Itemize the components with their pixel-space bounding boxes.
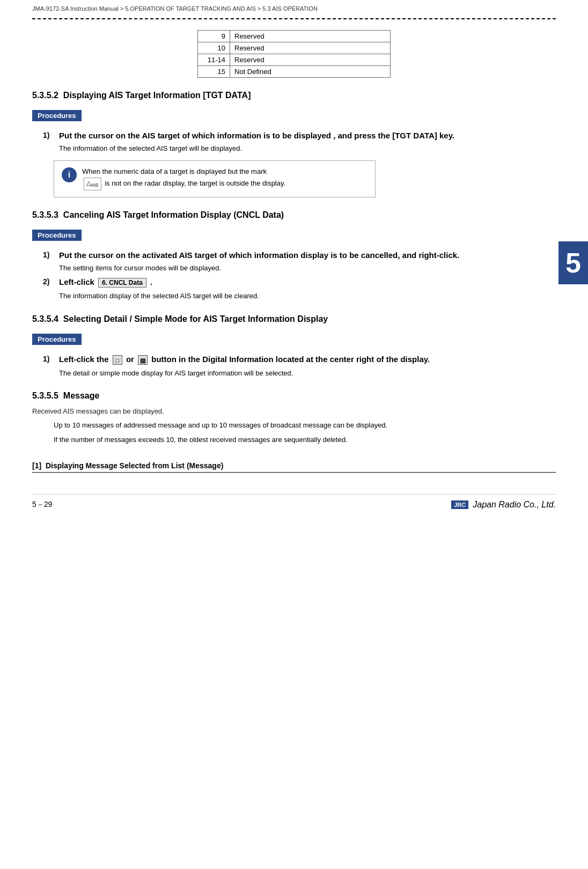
breadcrumb: JMA-9172-SA Instruction Manual > 5.OPERA… (32, 5, 556, 14)
procedures-badge-3: Procedures (32, 334, 82, 345)
step-desc: The detail or simple mode display for AI… (59, 368, 556, 379)
cncl-data-button[interactable]: 6. CNCL Data (98, 278, 146, 288)
footer-logo: JRC Japan Radio Co., Ltd. (451, 500, 556, 510)
page-number: 5－29 (32, 500, 52, 510)
row-num: 9 (198, 31, 230, 42)
section-intro: Received AIS messages can be displayed. (32, 406, 556, 417)
company-name: Japan Radio Co., Ltd. (473, 500, 556, 510)
step-bold-text: Left-click 6. CNCL Data . (59, 277, 556, 288)
step-content: Left-click the □ or ▤ button in the Digi… (59, 355, 556, 379)
row-label: Reserved (230, 42, 391, 54)
step-item: 2) Left-click 6. CNCL Data . The informa… (43, 277, 556, 301)
step-content: Put the cursor on the AIS target of whic… (59, 131, 556, 154)
procedures-badge-1: Procedures (32, 110, 82, 121)
row-num: 11-14 (198, 54, 230, 66)
info-box: i When the numeric data of a target is d… (54, 160, 376, 197)
dashed-separator (32, 18, 556, 19)
row-num: 15 (198, 66, 230, 78)
table-row: 9Reserved (198, 31, 391, 42)
step-item: 1) Put the cursor on the activated AIS t… (43, 251, 556, 274)
info-text: When the numeric data of a target is dis… (82, 166, 285, 192)
row-label: Reserved (230, 31, 391, 42)
section-5354-heading: 5.3.5.4 Selecting Detail / Simple Mode f… (32, 314, 556, 324)
row-label: Not Defined (230, 66, 391, 78)
note-1: Up to 10 messages of addressed message a… (54, 420, 556, 431)
step-number: 2) (43, 277, 59, 301)
row-label: Reserved (230, 54, 391, 66)
step-content: Left-click 6. CNCL Data . The informatio… (59, 277, 556, 301)
step-bold-text: Put the cursor on the AIS target of whic… (59, 131, 556, 140)
step-desc: The setting items for cursor modes will … (59, 263, 556, 274)
section-5352-heading: 5.3.5.2 Displaying AIS Target Informatio… (32, 91, 556, 100)
ais-icon-symbol: △AIS (84, 178, 101, 190)
subsection-1-heading: [1] Displaying Message Selected from Lis… (32, 461, 556, 473)
simple-mode-icon-button[interactable]: ▤ (138, 355, 148, 365)
section-5355-heading: 5.3.5.5 Message (32, 391, 556, 401)
procedures-badge-2: Procedures (32, 230, 82, 241)
reserved-table: 9Reserved10Reserved11-14Reserved15Not De… (197, 30, 391, 78)
step-item: 1) Put the cursor on the AIS target of w… (43, 131, 556, 154)
info-icon: i (62, 167, 77, 182)
table-row: 11-14Reserved (198, 54, 391, 66)
table-row: 15Not Defined (198, 66, 391, 78)
step-bold-text: Put the cursor on the activated AIS targ… (59, 251, 556, 260)
chapter-badge: 5 (558, 241, 588, 284)
step-desc: The information of the selected AIS targ… (59, 143, 556, 154)
step-number: 1) (43, 131, 59, 154)
step-number: 1) (43, 355, 59, 379)
section-5353-heading: 5.3.5.3 Canceling AIS Target Information… (32, 210, 556, 220)
jrc-badge: JRC (451, 500, 468, 509)
step-desc: The information display of the selected … (59, 291, 556, 301)
step-content: Put the cursor on the activated AIS targ… (59, 251, 556, 274)
table-row: 10Reserved (198, 42, 391, 54)
page-footer: 5－29 JRC Japan Radio Co., Ltd. (32, 494, 556, 510)
detail-mode-icon-button[interactable]: □ (113, 355, 122, 365)
step-number: 1) (43, 251, 59, 274)
row-num: 10 (198, 42, 230, 54)
step-bold-text: Left-click the □ or ▤ button in the Digi… (59, 355, 556, 365)
note-2: If the number of messages exceeds 10, th… (54, 434, 556, 446)
step-item: 1) Left-click the □ or ▤ button in the D… (43, 355, 556, 379)
